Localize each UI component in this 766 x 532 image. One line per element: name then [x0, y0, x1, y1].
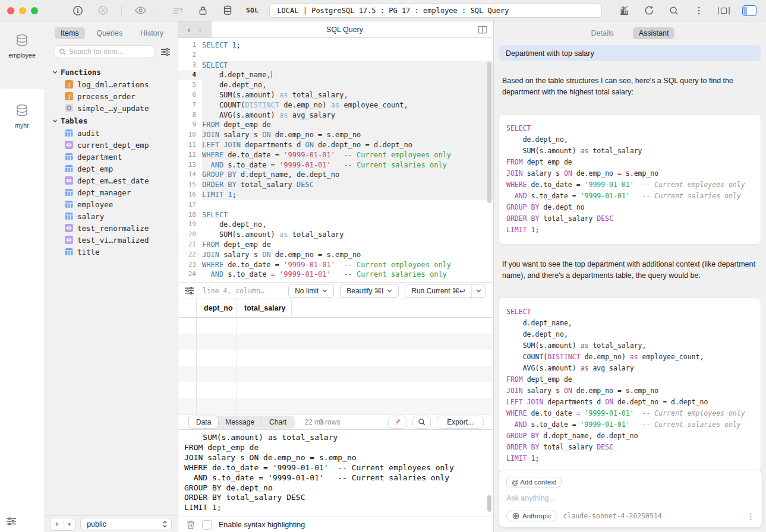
add-item-label[interactable]: + — [51, 518, 64, 530]
tree-item-employee[interactable]: employee — [44, 198, 178, 210]
tab-data[interactable]: Data — [189, 416, 218, 428]
tree-group-tables[interactable]: Tables — [44, 114, 178, 127]
tree-item-simple_y_update[interactable]: simple_…y_update — [44, 102, 178, 114]
search-input[interactable]: Search for item... — [53, 45, 156, 58]
editor-line-2[interactable]: 2 — [178, 50, 493, 61]
chevron-down-icon[interactable]: ▾ — [64, 518, 75, 530]
table-row[interactable] — [178, 382, 493, 398]
tree-group-functions[interactable]: Functions — [44, 65, 178, 78]
editor-line-9[interactable]: 9FROM dept_emp de — [178, 120, 493, 130]
table-row[interactable] — [178, 318, 493, 334]
ai-input-card[interactable]: @ Add context Ask anything... Anthropic … — [499, 470, 762, 528]
back-icon[interactable]: ‹ — [188, 25, 191, 34]
schema-select[interactable]: public — [80, 518, 172, 530]
run-current-label[interactable]: Run Current ⌘↩ — [405, 284, 471, 297]
message-panel[interactable]: SUM(s.amount) as total_salaryFROM dept_e… — [178, 430, 493, 517]
add-item-button[interactable]: + ▾ — [50, 518, 75, 531]
minimize-window-button[interactable] — [19, 7, 26, 14]
editor-line-4[interactable]: 4 d.dept_name, — [178, 70, 493, 80]
table-row[interactable] — [178, 398, 493, 414]
tab-queries[interactable]: Queries — [90, 27, 128, 39]
message-scrollbar[interactable] — [487, 495, 491, 512]
window-title-field[interactable]: LOCAL | PostgreSQL 17.5 : PG 17 : employ… — [269, 4, 602, 18]
editor-line-18[interactable]: 18SELECT — [178, 210, 493, 220]
center-layout-icon[interactable] — [717, 4, 730, 17]
editor-tab-title[interactable]: SQL Query — [212, 26, 478, 34]
eye-icon[interactable] — [134, 4, 147, 17]
table-row[interactable] — [178, 334, 493, 350]
table-row[interactable] — [178, 350, 493, 366]
connection-myhr[interactable]: myhr — [0, 102, 44, 129]
beautify-dropdown[interactable]: Beautify ⌘I — [340, 284, 399, 298]
sql-editor[interactable]: 1SELECT 1;23SELECT4 d.dept_name,5 de.dep… — [178, 38, 493, 282]
editor-line-13[interactable]: 13 AND s.to_date = '9999-01-01' -- Curre… — [178, 160, 493, 170]
search-icon[interactable] — [667, 4, 680, 17]
split-view-icon[interactable] — [478, 26, 487, 34]
search-results-button[interactable] — [412, 416, 431, 429]
editor-line-1[interactable]: 1SELECT 1; — [178, 40, 493, 50]
sidebar-settings-icon[interactable] — [6, 517, 17, 526]
run-options-chevron[interactable] — [471, 284, 486, 297]
editor-line-20[interactable]: 20 SUM(s.amount) as total_salary — [178, 230, 493, 240]
tree-item-current_dept_emp[interactable]: current_dept_emp — [44, 139, 178, 151]
editor-line-10[interactable]: 10JOIN salary s ON de.emp_no = s.emp_no — [178, 130, 493, 140]
tree-item-process_order[interactable]: fprocess_order — [44, 90, 178, 102]
editor-line-22[interactable]: 22JOIN salary s ON de.emp_no = s.emp_no — [178, 250, 493, 260]
pin-button[interactable] — [388, 416, 406, 429]
editor-line-15[interactable]: 15ORDER BY total_salary DESC — [178, 180, 493, 190]
editor-scrollbar[interactable] — [487, 62, 491, 203]
editor-line-5[interactable]: 5 de.dept_no, — [178, 80, 493, 90]
refresh-icon[interactable] — [642, 4, 655, 17]
tree-item-dept_emest_date[interactable]: dept_em…est_date — [44, 175, 178, 186]
trash-icon[interactable] — [187, 520, 195, 530]
lock-icon[interactable] — [196, 4, 209, 17]
tree-item-dept_emp[interactable]: dept_emp — [44, 163, 178, 175]
editor-line-17[interactable]: 17 — [178, 200, 493, 210]
editor-line-8[interactable]: 8 AVG(s.amount) as avg_salary — [178, 110, 493, 121]
tab-assistant[interactable]: Assistant — [633, 27, 675, 39]
tree-item-title[interactable]: title — [44, 246, 178, 258]
provider-chip[interactable]: Anthropic — [506, 511, 557, 521]
tab-message[interactable]: Message — [218, 416, 261, 428]
editor-line-21[interactable]: 21FROM dept_emp de — [178, 240, 493, 250]
editor-line-24[interactable]: 24 AND s.to_date = '9999-01-01' -- Curre… — [178, 270, 493, 280]
limit-dropdown[interactable]: No limit — [288, 284, 334, 298]
editor-line-19[interactable]: 19 de.dept_no, — [178, 220, 493, 230]
syntax-highlighting-checkbox[interactable] — [202, 520, 212, 530]
editor-line-14[interactable]: 14GROUP BY d.dept_name, de.dept_no — [178, 170, 493, 180]
filter-icon[interactable] — [160, 48, 171, 56]
chart-icon[interactable] — [617, 4, 631, 17]
run-current-button[interactable]: Run Current ⌘↩ — [405, 284, 486, 298]
close-window-button[interactable] — [7, 7, 14, 14]
table-row[interactable] — [178, 366, 493, 382]
editor-line-16[interactable]: 16LIMIT 1; — [178, 190, 493, 200]
add-context-button[interactable]: @ Add context — [506, 477, 562, 487]
column-header-dept-no[interactable]: dept_no — [196, 299, 237, 317]
tree-item-department[interactable]: department — [44, 151, 178, 163]
more-options-icon[interactable]: ⋮ — [747, 512, 755, 521]
tab-details[interactable]: Details — [585, 27, 620, 39]
connection-employee[interactable]: employee — [0, 32, 44, 59]
editor-line-11[interactable]: 11LEFT JOIN departments d ON de.dept_no … — [178, 140, 493, 150]
tree-item-log_dmlerations[interactable]: flog_dml…erations — [44, 78, 178, 90]
connect-icon[interactable] — [71, 4, 84, 17]
editor-settings-icon[interactable] — [184, 286, 194, 295]
editor-line-6[interactable]: 6 SUM(s.amount) as total_salary, — [178, 90, 493, 100]
tab-history[interactable]: History — [134, 27, 169, 39]
more-icon[interactable] — [692, 4, 705, 17]
forward-icon[interactable]: › — [199, 25, 202, 34]
conversation-title-banner[interactable]: Department with top salary — [499, 45, 761, 61]
export-button[interactable]: Export... — [437, 416, 484, 429]
tree-item-audit[interactable]: audit — [44, 127, 178, 139]
column-header-total-salary[interactable]: total_salary — [237, 299, 291, 317]
editor-line-3[interactable]: 3SELECT — [178, 61, 493, 71]
editor-line-12[interactable]: 12WHERE de.to_date = '9999-01-01' -- Cur… — [178, 150, 493, 160]
tab-items[interactable]: Items — [55, 27, 85, 39]
tree-item-dept_manager[interactable]: dept_manager — [44, 186, 178, 198]
database-icon[interactable] — [221, 4, 234, 17]
ask-input-placeholder[interactable]: Ask anything... — [506, 494, 755, 502]
editor-line-7[interactable]: 7 COUNT(DISTINCT de.emp_no) as employee_… — [178, 100, 493, 110]
editor-line-23[interactable]: 23WHERE de.to_date = '9999-01-01' -- Cur… — [178, 260, 493, 270]
tree-item-test_renormalize[interactable]: test_renormalize — [44, 222, 178, 234]
tree-item-test_virmalized[interactable]: test_vi…rmalized — [44, 234, 178, 246]
